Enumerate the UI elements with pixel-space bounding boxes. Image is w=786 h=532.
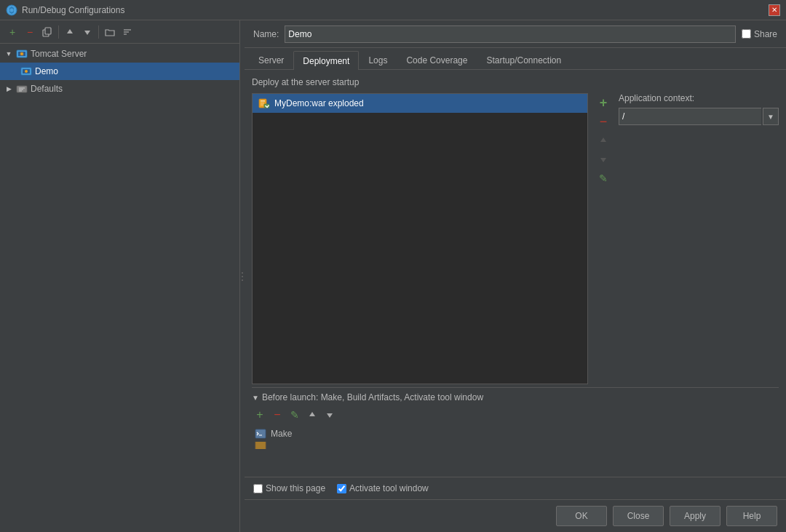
config-tree: ▼ Tomcat Server [0,44,239,532]
svg-point-1 [10,8,14,12]
tab-code-coverage[interactable]: Code Coverage [397,50,477,69]
before-launch-section: ▼ Before launch: Make, Build Artifacts, … [252,387,779,449]
before-launch-header: ▼ Before launch: Make, Build Artifacts, … [252,392,779,402]
deploy-item-0[interactable]: MyDemo:war exploded [253,94,587,113]
left-panel: + − [0,20,240,532]
defaults-label: Defaults [31,84,63,94]
left-toolbar: + − [0,20,239,44]
deploy-down-button[interactable] [595,151,611,167]
activate-window-row: Activate tool window [337,483,429,493]
artifact-icon [255,442,266,449]
close-button[interactable]: Close [613,506,664,526]
titlebar: Run/Debug Configurations ✕ [0,0,786,20]
apply-button[interactable]: Apply [670,506,720,526]
app-context-label: Application context: [619,93,779,103]
deploy-item-label-0: MyDemo:war exploded [274,98,364,108]
tomcat-group-label: Tomcat Server [31,49,87,59]
show-page-label: Show this page [266,483,325,493]
deploy-remove-button[interactable]: − [595,114,611,130]
demo-item-label: Demo [35,66,58,76]
demo-item-icon [20,65,32,77]
war-exploded-icon [258,98,270,109]
separator2 [98,25,99,39]
tomcat-server-icon [16,48,28,60]
name-row: Name: Share [245,20,786,48]
move-up-button[interactable] [62,24,78,40]
copy-config-button[interactable] [39,24,55,40]
bottom-section: Show this page Activate tool window [245,477,786,499]
deploy-edit-button[interactable]: ✎ [595,170,611,186]
before-launch-toggle-icon[interactable]: ▼ [252,394,259,402]
defaults-icon [16,83,28,95]
before-launch-title: Before launch: Make, Build Artifacts, Ac… [262,392,483,402]
remove-config-button[interactable]: − [22,24,38,40]
close-button[interactable]: ✕ [769,4,780,16]
app-icon [6,4,17,16]
app-context-dropdown-button[interactable]: ▼ [763,108,779,125]
right-panel: Name: Share Server Deployment Logs Code … [245,20,786,532]
before-launch-item-2 [252,442,779,449]
ok-button[interactable]: OK [556,506,607,526]
tabs-row: Server Deployment Logs Code Coverage Sta… [245,48,786,70]
defaults-toggle-icon: ▶ [4,84,13,93]
show-page-checkbox[interactable] [253,484,263,493]
tree-item-demo[interactable]: Demo [0,63,239,80]
show-page-row: Show this page [253,483,325,493]
svg-rect-17 [261,105,263,106]
svg-rect-15 [261,100,265,102]
before-launch-toolbar: + − ✎ [252,407,779,423]
name-label: Name: [253,29,279,39]
share-checkbox-row: Share [742,29,777,39]
folder-button[interactable] [102,24,118,40]
activate-window-checkbox[interactable] [337,484,346,493]
deploy-up-button[interactable] [595,132,611,148]
before-launch-label: Before launch: Make, Build Artifacts, Ac… [262,392,483,402]
add-config-button[interactable]: + [4,24,20,40]
name-input[interactable] [285,25,736,43]
before-launch-remove-button[interactable]: − [269,407,285,423]
tab-deployment[interactable]: Deployment [293,51,359,70]
app-context-input-row: ▼ [619,108,779,125]
make-icon [255,428,266,440]
tab-logs[interactable]: Logs [359,50,397,69]
svg-point-9 [20,52,23,55]
tab-server[interactable]: Server [249,50,293,69]
svg-rect-3 [45,28,51,34]
tree-group-defaults[interactable]: ▶ Defaults [0,80,239,98]
tomcat-toggle-icon: ▼ [4,49,13,58]
deploy-section: MyDemo:war exploded + − ✎ [252,93,779,384]
make-label: Make [271,429,292,439]
svg-rect-20 [255,442,266,449]
app-context-area: Application context: ▼ [619,93,779,384]
svg-rect-16 [261,103,264,103]
sort-button[interactable] [119,24,135,40]
deploy-list: MyDemo:war exploded [252,93,588,384]
tree-group-tomcat[interactable]: ▼ Tomcat Server [0,45,239,63]
activate-window-label: Activate tool window [349,483,429,493]
before-launch-down-button[interactable] [322,407,338,423]
svg-rect-19 [255,429,266,438]
share-label: Share [754,29,777,39]
footer: OK Close Apply Help [245,499,786,532]
svg-point-12 [25,70,28,73]
content-area: Deploy at the server startup [245,70,786,477]
before-launch-item-make: Make [252,426,779,442]
deploy-side-buttons: + − ✎ [595,93,611,384]
share-checkbox[interactable] [742,29,751,39]
deploy-section-label: Deploy at the server startup [252,77,779,87]
separator [58,25,59,39]
before-launch-up-button[interactable] [304,407,320,423]
tab-startup-connection[interactable]: Startup/Connection [477,50,571,69]
deploy-add-button[interactable]: + [595,95,611,111]
move-down-button[interactable] [79,24,95,40]
before-launch-edit-button[interactable]: ✎ [287,407,303,423]
window-title: Run/Debug Configurations [22,5,764,15]
before-launch-add-button[interactable]: + [252,407,268,423]
help-button[interactable]: Help [726,506,777,526]
app-context-input[interactable] [619,108,761,125]
